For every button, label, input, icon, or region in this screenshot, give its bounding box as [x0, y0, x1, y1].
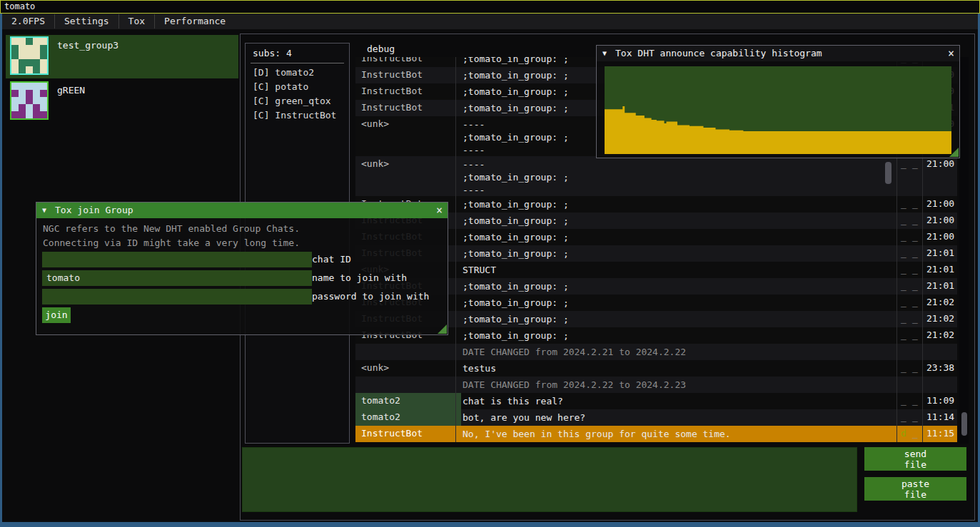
avatar-pixel	[33, 104, 40, 111]
avatar-pixel	[11, 111, 19, 118]
message-cell: No, I've been in this group for quite so…	[463, 428, 891, 441]
close-icon[interactable]: ×	[436, 203, 443, 218]
group-name: gREEN	[57, 85, 85, 96]
message-cell: ;tomato_in_group: ;	[463, 280, 891, 293]
chat-scrollbar-track[interactable]	[959, 57, 969, 444]
time-cell: 11:09	[926, 395, 954, 406]
app-root: tomato 2.0FPSSettingsToxPerformance test…	[0, 0, 980, 527]
avatar-pixel	[19, 52, 26, 59]
message-cell: ;tomato_in_group: ;	[463, 215, 891, 227]
avatar-pixel	[40, 90, 47, 97]
avatar-pixel	[26, 83, 33, 90]
group-row-gREEN[interactable]: gREEN	[6, 80, 238, 123]
password-input[interactable]	[42, 289, 312, 305]
join-window-titlebar[interactable]: ▼ Tox join Group ×	[36, 203, 448, 218]
window-frame-left	[0, 14, 2, 523]
menu-item-settings[interactable]: Settings	[55, 14, 118, 29]
message-cell: ;tomato_in_group: ;	[463, 329, 891, 342]
sender-cell: InstructBot	[361, 102, 454, 114]
avatar-pixel	[26, 97, 33, 104]
time-cell: 21:02	[926, 313, 954, 324]
avatar-pixel	[33, 83, 40, 90]
histogram-window-titlebar[interactable]: ▼ Tox DHT announce capability histogram …	[597, 46, 959, 61]
avatar-pixel	[40, 111, 47, 118]
status-indicator-2: _	[912, 362, 918, 373]
avatar-pixel	[19, 97, 26, 104]
status-indicator-2: _	[912, 329, 918, 340]
status-indicator-2: _	[912, 395, 918, 406]
message-cell: STRUCT	[463, 264, 891, 277]
avatar-pixel	[33, 38, 40, 45]
tab-debug[interactable]: debug	[367, 44, 395, 54]
close-icon[interactable]: ×	[948, 46, 954, 61]
composer-input[interactable]	[242, 447, 857, 512]
member-item-tomato2[interactable]: [D] tomato2	[253, 67, 314, 78]
avatar-pixel	[11, 90, 19, 97]
resize-grip-icon[interactable]	[949, 148, 959, 157]
time-cell: 23:38	[926, 362, 954, 373]
collapse-icon[interactable]: ▼	[42, 203, 46, 218]
group-avatar	[10, 36, 49, 75]
avatar-pixel	[33, 97, 40, 104]
collapse-icon[interactable]: ▼	[602, 46, 607, 61]
avatar-pixel	[40, 104, 47, 111]
sender-cell: InstructBot	[361, 69, 454, 81]
sender-cell: <unk>	[361, 362, 454, 374]
avatar-pixel	[19, 90, 26, 97]
status-indicator-2: _	[912, 411, 918, 422]
join-group-window[interactable]: ▼ Tox join Group × NGC refers to the New…	[36, 202, 448, 335]
sender-cell: InstructBot	[361, 57, 454, 65]
chat-id-input[interactable]	[42, 252, 312, 267]
menu-item-tox[interactable]: Tox	[119, 14, 154, 29]
status-indicator-1: _	[901, 264, 906, 275]
message-row: tomato2bot, are you new here?__11:14	[355, 409, 957, 426]
date-changed-text: DATE CHANGED from 2024.2.21 to 2024.2.22	[463, 346, 891, 359]
avatar-pixel	[26, 111, 33, 118]
time-cell: 21:00	[926, 158, 954, 169]
join-button[interactable]: join	[42, 307, 71, 323]
chat-scrollbar-thumb[interactable]	[961, 412, 967, 436]
message-cell: ;tomato_in_group: ;	[463, 247, 891, 260]
name-input[interactable]: tomato	[42, 270, 312, 286]
time-cell: 21:00	[926, 231, 954, 242]
avatar-pixel	[40, 52, 47, 59]
message-column-scrollbar-thumb[interactable]	[885, 162, 891, 184]
avatar-pixel	[40, 97, 47, 104]
menu-item-performance[interactable]: Performance	[155, 14, 235, 29]
message-row: tomato2chat is this real?__11:09	[355, 393, 957, 409]
avatar-pixel	[19, 83, 26, 90]
message-cell: ;tomato_in_group: ;	[463, 198, 891, 211]
member-item-potato[interactable]: [C] potato	[253, 81, 308, 92]
sender-cell: <unk>	[361, 118, 454, 131]
avatar-pixel	[26, 66, 33, 73]
time-cell: 21:01	[926, 280, 954, 291]
message-row: <unk>---- ;tomato_in_group: ; ----__21:0…	[355, 156, 957, 196]
avatar-pixel	[40, 38, 47, 45]
message-row: InstructBotNo, I've been in this group f…	[355, 426, 957, 442]
send-file-button[interactable]: send file	[864, 447, 966, 471]
avatar-pixel	[33, 66, 40, 73]
avatar-pixel	[11, 52, 19, 59]
member-item-InstructBot[interactable]: [C] InstructBot	[253, 110, 336, 121]
avatar-pixel	[19, 111, 26, 118]
paste-file-button[interactable]: paste file	[864, 477, 966, 501]
avatar-pixel	[19, 104, 26, 111]
status-indicator-1: _	[901, 329, 906, 340]
menu-item-2-0fps[interactable]: 2.0FPS	[2, 14, 54, 29]
group-row-test_group3[interactable]: test_group3	[6, 35, 238, 78]
avatar-pixel	[33, 59, 40, 66]
member-item-green_qtox[interactable]: [C] green_qtox	[253, 96, 331, 106]
avatar-pixel	[11, 97, 19, 104]
password-label: password to join with	[312, 289, 429, 305]
name-label: name to join with	[312, 270, 407, 286]
avatar-pixel	[11, 45, 19, 52]
resize-grip-icon[interactable]	[438, 324, 447, 334]
histogram-window-title: Tox DHT announce capability histogram	[615, 46, 822, 61]
status-indicator-1: d	[901, 428, 906, 439]
message-row: <unk>testus__23:38	[355, 360, 957, 377]
histogram-window[interactable]: ▼ Tox DHT announce capability histogram …	[596, 45, 960, 158]
avatar-pixel	[26, 45, 33, 52]
message-cell: ---- ;tomato_in_group: ; ----	[463, 158, 891, 197]
date-row: DATE CHANGED from 2024.2.21 to 2024.2.22	[355, 344, 957, 360]
time-cell: 21:01	[926, 264, 954, 275]
